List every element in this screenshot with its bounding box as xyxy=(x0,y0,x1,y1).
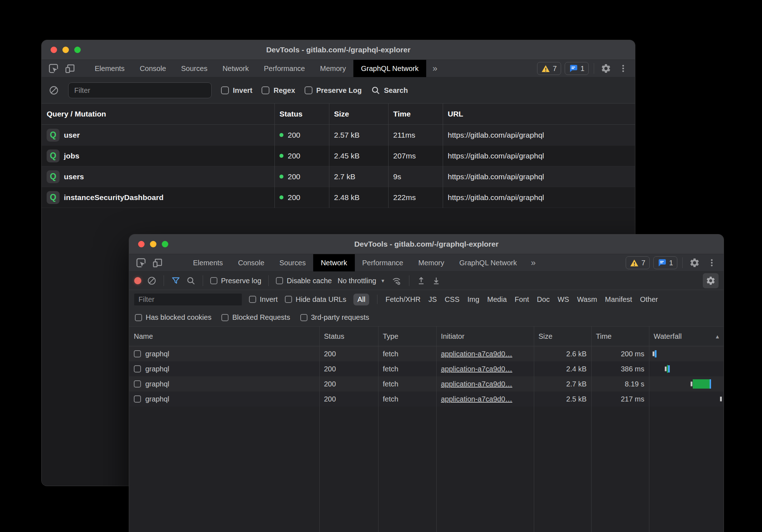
tab-performance[interactable]: Performance xyxy=(257,60,313,77)
column-header-time[interactable]: Time xyxy=(591,332,649,341)
tab-sources[interactable]: Sources xyxy=(174,60,215,77)
record-button[interactable] xyxy=(134,277,141,284)
device-toolbar-icon[interactable] xyxy=(63,62,77,75)
chip-manifest[interactable]: Manifest xyxy=(605,295,632,304)
regex-checkbox[interactable]: Regex xyxy=(262,86,295,95)
search-icon[interactable] xyxy=(186,276,196,285)
chip-js[interactable]: JS xyxy=(428,295,437,304)
network-settings-button[interactable] xyxy=(703,273,719,288)
checkbox[interactable] xyxy=(221,314,229,321)
checkbox[interactable] xyxy=(276,277,283,284)
checkbox[interactable] xyxy=(249,296,256,303)
row-checkbox[interactable] xyxy=(134,380,141,388)
table-row[interactable]: graphql 200 fetch application-a7ca9d0… 2… xyxy=(129,361,724,376)
warnings-badge[interactable]: 7 xyxy=(537,62,561,75)
tab-console[interactable]: Console xyxy=(230,254,272,271)
tab-network[interactable]: Network xyxy=(313,254,354,271)
table-row[interactable]: graphql 200 fetch application-a7ca9d0… 2… xyxy=(129,376,724,391)
checkbox[interactable] xyxy=(285,296,292,303)
column-header-name[interactable]: Name xyxy=(129,332,319,341)
tab-elements[interactable]: Elements xyxy=(185,254,230,271)
has-blocked-cookies-checkbox[interactable]: Has blocked cookies xyxy=(135,313,211,322)
hide-data-urls-checkbox[interactable]: Hide data URLs xyxy=(285,295,346,304)
checkbox[interactable] xyxy=(262,86,269,94)
invert-checkbox[interactable]: Invert xyxy=(249,295,278,304)
column-header-type[interactable]: Type xyxy=(378,332,436,341)
chip-wasm[interactable]: Wasm xyxy=(577,295,597,304)
settings-gear-icon[interactable] xyxy=(688,256,701,270)
column-header-size[interactable]: Size xyxy=(329,110,388,118)
row-checkbox[interactable] xyxy=(134,395,141,403)
initiator-link[interactable]: application-a7ca9d0… xyxy=(441,350,512,358)
preserve-log-checkbox[interactable]: Preserve Log xyxy=(305,86,362,95)
filter-input[interactable]: Filter xyxy=(68,82,212,98)
column-header-status[interactable]: Status xyxy=(319,332,378,341)
chip-media[interactable]: Media xyxy=(487,295,507,304)
inspect-element-icon[interactable] xyxy=(134,256,148,270)
chip-css[interactable]: CSS xyxy=(445,295,460,304)
warnings-badge[interactable]: 7 xyxy=(626,256,650,269)
tab-graphql-network[interactable]: GraphQL Network xyxy=(353,60,426,77)
chip-fetch-xhr[interactable]: Fetch/XHR xyxy=(385,295,420,304)
initiator-link[interactable]: application-a7ca9d0… xyxy=(441,365,512,373)
filter-input[interactable]: Filter xyxy=(134,294,242,305)
export-har-icon[interactable] xyxy=(432,276,441,285)
issues-badge[interactable]: 1 xyxy=(653,256,677,269)
tab-memory[interactable]: Memory xyxy=(411,254,452,271)
blocked-requests-checkbox[interactable]: Blocked Requests xyxy=(221,313,290,322)
column-header-status[interactable]: Status xyxy=(274,110,329,118)
search-button[interactable]: Search xyxy=(371,86,408,95)
column-header-initiator[interactable]: Initiator xyxy=(436,332,534,341)
invert-checkbox[interactable]: Invert xyxy=(221,86,252,95)
row-checkbox[interactable] xyxy=(134,365,141,372)
tab-memory[interactable]: Memory xyxy=(312,60,353,77)
import-har-icon[interactable] xyxy=(417,276,426,285)
chip-ws[interactable]: WS xyxy=(558,295,569,304)
tab-graphql-network[interactable]: GraphQL Network xyxy=(452,254,524,271)
column-header-query[interactable]: Query / Mutation xyxy=(42,110,274,118)
column-header-time[interactable]: Time xyxy=(388,110,443,118)
checkbox[interactable] xyxy=(210,277,217,284)
third-party-requests-checkbox[interactable]: 3rd-party requests xyxy=(300,313,369,322)
checkbox[interactable] xyxy=(135,314,142,321)
issues-badge[interactable]: 1 xyxy=(565,62,589,75)
checkbox[interactable] xyxy=(221,86,229,94)
chip-font[interactable]: Font xyxy=(515,295,529,304)
tab-sources[interactable]: Sources xyxy=(272,254,313,271)
tab-elements[interactable]: Elements xyxy=(87,60,132,77)
more-tabs-icon[interactable]: » xyxy=(525,254,542,271)
disable-cache-checkbox[interactable]: Disable cache xyxy=(276,277,332,285)
throttling-dropdown[interactable]: No throttling ▼ xyxy=(338,277,385,285)
titlebar[interactable]: DevTools - gitlab.com/-/graphql-explorer xyxy=(129,234,724,254)
tab-performance[interactable]: Performance xyxy=(355,254,411,271)
checkbox[interactable] xyxy=(305,86,312,94)
kebab-menu-icon[interactable] xyxy=(705,256,719,270)
column-header-waterfall[interactable]: Waterfall ▲ xyxy=(649,332,724,341)
preserve-log-checkbox[interactable]: Preserve log xyxy=(210,277,261,285)
kebab-menu-icon[interactable] xyxy=(616,62,630,75)
clear-icon[interactable] xyxy=(49,85,59,95)
clear-icon[interactable] xyxy=(147,276,156,285)
column-header-url[interactable]: URL xyxy=(443,110,635,118)
chip-all[interactable]: All xyxy=(353,294,369,305)
table-row[interactable]: Qjobs 200 2.45 kB 207ms https://gitlab.c… xyxy=(42,146,635,166)
network-conditions-icon[interactable] xyxy=(391,276,402,286)
initiator-link[interactable]: application-a7ca9d0… xyxy=(441,395,512,403)
tab-console[interactable]: Console xyxy=(132,60,173,77)
inspect-element-icon[interactable] xyxy=(47,62,60,75)
table-row[interactable]: QinstanceSecurityDashboard 200 2.48 kB 2… xyxy=(42,187,635,208)
more-tabs-icon[interactable]: » xyxy=(426,60,444,77)
table-row[interactable]: graphql 200 fetch application-a7ca9d0… 2… xyxy=(129,391,724,407)
column-header-size[interactable]: Size xyxy=(534,332,591,341)
settings-gear-icon[interactable] xyxy=(599,62,613,75)
checkbox[interactable] xyxy=(300,314,307,321)
tab-network[interactable]: Network xyxy=(215,60,256,77)
titlebar[interactable]: DevTools - gitlab.com/-/graphql-explorer xyxy=(42,40,635,60)
device-toolbar-icon[interactable] xyxy=(151,256,164,270)
table-row[interactable]: Qusers 200 2.7 kB 9s https://gitlab.com/… xyxy=(42,166,635,187)
table-row[interactable]: Quser 200 2.57 kB 211ms https://gitlab.c… xyxy=(42,125,635,146)
table-row[interactable]: graphql 200 fetch application-a7ca9d0… 2… xyxy=(129,346,724,361)
initiator-link[interactable]: application-a7ca9d0… xyxy=(441,380,512,388)
chip-other[interactable]: Other xyxy=(640,295,658,304)
chip-img[interactable]: Img xyxy=(467,295,479,304)
